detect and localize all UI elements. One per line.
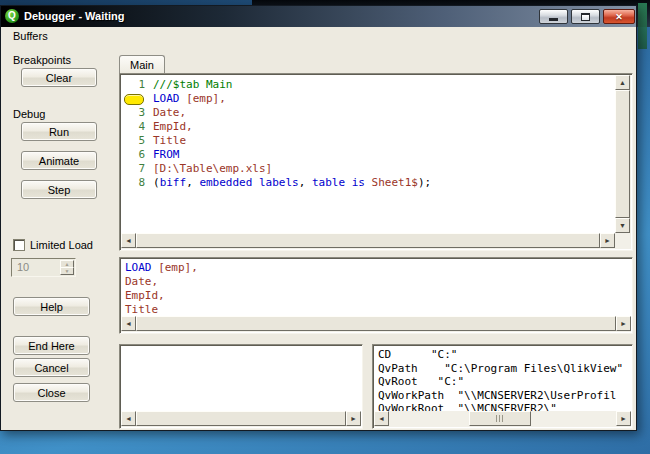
- scroll-right-icon[interactable]: ►: [616, 316, 631, 331]
- buffer-line: EmpId,: [125, 289, 627, 303]
- scroll-right-icon[interactable]: ►: [616, 411, 631, 426]
- output-horizontal-scrollbar[interactable]: ◄ ►: [121, 411, 361, 427]
- desktop-accent: [638, 3, 647, 49]
- buffer-line: Title: [125, 303, 627, 316]
- variable-row: QvWorkRoot "\\MCNSERVER2\": [378, 402, 627, 411]
- variables-list: CD "C:"QvPath "C:\Program Files\QlikView…: [374, 346, 631, 411]
- editor-horizontal-scrollbar[interactable]: ◄ ►: [121, 233, 615, 249]
- code-text: (biff, embedded labels, table is Sheet1$…: [149, 176, 431, 190]
- desktop-background: Q Debugger - Waiting ✕ Buffers Breakpoin…: [0, 0, 650, 454]
- thumb-grip-icon: [496, 415, 505, 422]
- variables-horizontal-scrollbar[interactable]: ◄ ►: [374, 411, 631, 427]
- scroll-left-icon[interactable]: ◄: [121, 316, 136, 331]
- code-text: EmpId,: [149, 120, 193, 134]
- debugger-dialog: Q Debugger - Waiting ✕ Buffers Breakpoin…: [0, 5, 637, 431]
- limited-load-checkbox[interactable]: [13, 239, 25, 251]
- clear-button[interactable]: Clear: [21, 68, 97, 87]
- minimize-button[interactable]: [539, 9, 568, 24]
- line-number-gutter[interactable]: 1: [121, 78, 149, 92]
- buffer-line: LOAD [emp],: [125, 261, 627, 275]
- dialog-title: Debugger - Waiting: [24, 10, 124, 22]
- debug-label: Debug: [13, 108, 45, 120]
- variables-watch-panel[interactable]: CD "C:"QvPath "C:\Program Files\QlikView…: [372, 344, 633, 429]
- variable-row: QvPath "C:\Program Files\QlikView": [378, 362, 627, 376]
- scrollbar-thumb[interactable]: [136, 411, 346, 426]
- end-here-button[interactable]: End Here: [13, 336, 90, 355]
- buffer-horizontal-scrollbar[interactable]: ◄ ►: [121, 316, 631, 332]
- buffer-line: Date,: [125, 275, 627, 289]
- limited-load-spinner[interactable]: 10 ▲ ▼: [11, 258, 76, 277]
- minimize-icon: [549, 18, 558, 21]
- cancel-button[interactable]: Cancel: [13, 358, 90, 377]
- maximize-button[interactable]: [571, 9, 600, 24]
- line-number-gutter[interactable]: 7: [121, 162, 149, 176]
- scroll-left-icon[interactable]: ◄: [374, 411, 389, 426]
- scroll-left-icon[interactable]: ◄: [121, 233, 136, 248]
- variable-row: CD "C:": [378, 348, 627, 362]
- current-statement-panel[interactable]: LOAD [emp],Date,EmpId,Title ◄ ►: [119, 257, 633, 334]
- close-window-button[interactable]: ✕: [603, 9, 635, 24]
- variable-row: QvRoot "C:": [378, 375, 627, 389]
- menu-buffers[interactable]: Buffers: [6, 28, 55, 44]
- scroll-up-icon[interactable]: ▲: [615, 75, 630, 90]
- qlikview-app-icon: Q: [5, 9, 19, 23]
- spin-down-icon[interactable]: ▼: [60, 267, 74, 275]
- step-button[interactable]: Step: [21, 180, 97, 199]
- line-number-gutter[interactable]: 6: [121, 148, 149, 162]
- script-editor[interactable]: 1///$tab MainLOAD [emp],3Date,4EmpId,5Ti…: [119, 73, 633, 251]
- line-number-gutter[interactable]: 3: [121, 106, 149, 120]
- code-text: LOAD [emp],: [149, 92, 226, 106]
- scroll-down-icon[interactable]: ▼: [615, 218, 630, 233]
- line-number-gutter[interactable]: 4: [121, 120, 149, 134]
- help-button[interactable]: Help: [13, 297, 90, 316]
- code-line: 3Date,: [121, 106, 615, 120]
- scroll-right-icon[interactable]: ►: [346, 411, 361, 426]
- scrollbar-corner: [615, 233, 631, 249]
- scrollbar-thumb[interactable]: [615, 90, 630, 218]
- code-line: 1///$tab Main: [121, 78, 615, 92]
- line-number-gutter[interactable]: [121, 92, 149, 106]
- code-line: 5Title: [121, 134, 615, 148]
- breakpoints-label: Breakpoints: [13, 54, 71, 66]
- dialog-titlebar[interactable]: Q Debugger - Waiting ✕: [1, 6, 636, 27]
- code-line: 7[D:\Table\emp.xls]: [121, 162, 615, 176]
- limited-load-label: Limited Load: [30, 239, 93, 251]
- maximize-icon: [581, 13, 590, 21]
- scroll-left-icon[interactable]: ◄: [121, 411, 136, 426]
- line-number-gutter[interactable]: 5: [121, 134, 149, 148]
- tab-main[interactable]: Main: [119, 55, 165, 73]
- scrollbar-thumb[interactable]: [469, 411, 531, 426]
- current-line-marker: [124, 94, 144, 105]
- code-text: ///$tab Main: [149, 78, 232, 92]
- code-text: [D:\Table\emp.xls]: [149, 162, 272, 176]
- animate-button[interactable]: Animate: [21, 151, 97, 170]
- variable-row: QvWorkPath "\\MCNSERVER2\UserProfil: [378, 389, 627, 403]
- output-panel[interactable]: ◄ ►: [119, 344, 363, 429]
- scrollbar-thumb[interactable]: [136, 233, 600, 248]
- line-number-gutter[interactable]: 8: [121, 176, 149, 190]
- current-statement-lines: LOAD [emp],Date,EmpId,Title: [121, 259, 631, 316]
- code-text: Date,: [149, 106, 186, 120]
- code-line: 6FROM: [121, 148, 615, 162]
- code-line: 8(biff, embedded labels, table is Sheet1…: [121, 176, 615, 190]
- menu-bar: Buffers: [1, 27, 636, 45]
- editor-vertical-scrollbar[interactable]: ▲ ▼: [615, 75, 631, 233]
- scroll-right-icon[interactable]: ►: [600, 233, 615, 248]
- limited-load-value: 10: [17, 261, 29, 273]
- code-line: 4EmpId,: [121, 120, 615, 134]
- run-button[interactable]: Run: [21, 122, 97, 141]
- code-text: Title: [149, 134, 186, 148]
- code-text: FROM: [149, 148, 180, 162]
- scrollbar-thumb[interactable]: [136, 316, 616, 331]
- close-button[interactable]: Close: [13, 383, 90, 402]
- code-line: LOAD [emp],: [121, 92, 615, 106]
- code-editor-lines: 1///$tab MainLOAD [emp],3Date,4EmpId,5Ti…: [121, 75, 615, 233]
